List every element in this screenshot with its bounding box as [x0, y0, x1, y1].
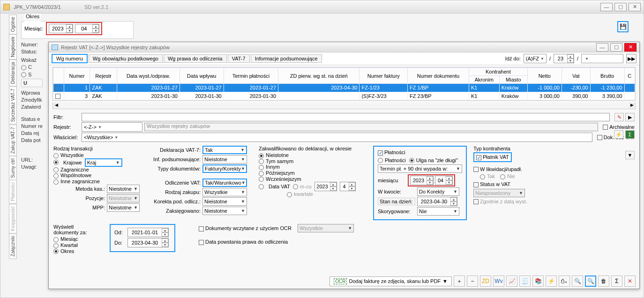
table-row[interactable]: 3 ZAK 2023-01-30 2023-01-30 2023-01-30 (… — [53, 92, 635, 100]
radio-wszystkie[interactable] — [53, 153, 59, 158]
radio-poz[interactable] — [259, 171, 264, 176]
chk-ocr[interactable] — [199, 226, 204, 231]
goto-registry-select[interactable]: (A)FZ▼ — [524, 54, 547, 63]
add-icon[interactable]: ＋ — [454, 276, 465, 287]
wkw-select[interactable]: Do Korekty▼ — [417, 187, 459, 196]
radio-platnosci[interactable] — [378, 158, 383, 163]
plat-month-spinner[interactable]: ▲▼ — [435, 176, 453, 185]
okres-month-spinner[interactable]: ▲▼ — [75, 24, 99, 33]
filter-clear-icon[interactable]: ✎ — [614, 113, 624, 121]
date-od[interactable]: ▲▼ — [127, 228, 169, 237]
archiwalne-check[interactable] — [603, 125, 608, 130]
maximize-button[interactable]: ▢ — [614, 3, 627, 11]
trash-icon[interactable]: 🗑 — [598, 276, 609, 287]
tab-wg-prawa[interactable]: Wg prawa do odliczenia — [164, 54, 227, 63]
subtract-icon[interactable]: − — [467, 276, 478, 287]
side-tab-platnosci[interactable]: Płatności — [9, 180, 17, 204]
okres-year-spinner[interactable]: ▲▼ — [49, 24, 73, 33]
radio-wspolnotowe[interactable] — [53, 173, 59, 179]
radio-inne[interactable] — [53, 179, 59, 185]
export-icon[interactable]: 🧾 — [519, 276, 531, 287]
inf-select[interactable]: Nieistotne▼ — [202, 155, 247, 164]
sum-icon[interactable]: Σ — [625, 130, 635, 139]
books-icon[interactable]: 📚 — [532, 276, 544, 287]
rejestr-select[interactable]: <-Z->▼ — [82, 122, 142, 132]
flash-icon[interactable]: ⚡ — [614, 130, 623, 139]
side-tab-naglowek[interactable]: Nagłówek — [9, 34, 17, 60]
skor-select[interactable]: Nie▼ — [417, 207, 459, 216]
zd-icon[interactable]: ZD — [480, 276, 491, 287]
tab-informacje[interactable]: Informacje podsumowujące — [251, 54, 322, 63]
side-tab-zalaczniki[interactable]: Załączniki — [9, 233, 17, 259]
tab-wg-numeru[interactable]: Wg numeru — [52, 54, 88, 63]
tab-wg-obowiazku[interactable]: Wg obowiązku podatkowego — [89, 54, 163, 63]
tab-vat7[interactable]: VAT-7 — [228, 54, 250, 63]
goto-go-button[interactable]: ▶▶ — [626, 54, 637, 63]
radio-okres[interactable] — [53, 249, 59, 254]
chk-platnosci[interactable] — [378, 150, 383, 156]
side-tab-deklaracja[interactable]: Deklaracja — [9, 60, 17, 86]
radio-wcz[interactable] — [259, 177, 264, 182]
radio-datavat[interactable] — [259, 184, 264, 189]
ocr-add-button[interactable]: OCRDodaj fakturę ze zdjęcia, skanu lub P… — [329, 276, 452, 286]
printer-icon[interactable]: ⎙▾ — [559, 276, 570, 287]
wlasciciel-select[interactable]: <Wszystkie>▼ — [82, 133, 592, 142]
zak-select[interactable]: Nieistotne▼ — [202, 207, 247, 215]
chk-platnikvat[interactable] — [476, 155, 481, 160]
funnel-down-icon[interactable]: ▼ — [625, 151, 635, 159]
close-button[interactable]: ✕ — [629, 3, 641, 11]
minimize-button[interactable]: — — [600, 3, 613, 11]
vat-grid: Numer Rejestr Data wyst./odpraw. Data wp… — [53, 67, 635, 100]
inner-maximize[interactable]: ▢ — [610, 43, 622, 52]
radio-tym[interactable] — [259, 159, 264, 164]
lbl-status: Status: — [21, 49, 43, 54]
outer-save-icon[interactable]: 💾 — [617, 21, 629, 32]
radio-kwartal[interactable] — [53, 243, 59, 248]
termin-select[interactable]: Termin pł. + 90 dni wypada w:▼ — [378, 164, 462, 173]
kor-select[interactable]: Nieistotne▼ — [202, 197, 247, 206]
date-do[interactable]: ▲▼ — [127, 238, 169, 247]
magnifier-doc-icon[interactable]: 🔍 — [585, 276, 596, 287]
goto-num-spinner[interactable]: ▲▼ — [554, 54, 574, 63]
magnifier-icon[interactable]: 🔍 — [572, 276, 583, 287]
sumcol-icon[interactable]: Σ — [611, 276, 622, 287]
side-tab-ksiegowosc[interactable]: Księgowość — [9, 204, 17, 233]
filter-input[interactable] — [82, 113, 610, 121]
chk-likw[interactable] — [473, 167, 479, 172]
radio-ulga[interactable] — [409, 158, 414, 163]
radio-krajowe[interactable] — [53, 160, 59, 165]
side-tab-sprzedaz[interactable]: Sprzedaż VAT-7 — [9, 86, 17, 124]
radio-innym[interactable] — [259, 165, 264, 170]
chk-dataprawa[interactable] — [199, 240, 204, 245]
dekl-vat7-select[interactable]: Tak▼ — [202, 146, 247, 154]
radio-nieistotne[interactable] — [259, 153, 264, 158]
miesiac-label: Miesiąc: — [24, 26, 43, 31]
stan-btn[interactable]: Stan na dzień: — [378, 198, 415, 205]
radio-zagraniczne[interactable] — [53, 167, 59, 172]
mpp-select[interactable]: Nieistotne▼ — [107, 203, 140, 212]
thunder-icon[interactable]: ⚡ — [546, 276, 557, 287]
side-tab-sumy[interactable]: Sumy ctrl — [9, 156, 17, 180]
close-action-icon[interactable]: ✕ — [624, 276, 636, 287]
dokbezvat-check[interactable] — [597, 135, 602, 140]
inner-minimize[interactable]: — — [596, 43, 608, 52]
kraj-select[interactable]: Kraj▼ — [85, 158, 122, 167]
plat-year-spinner[interactable]: ▲▼ — [410, 176, 434, 185]
table-row[interactable]: 1 ZAK 2023-01-27 2023-01-27 2023-01-27 2… — [53, 84, 635, 92]
metoda-select[interactable]: Nieistotne▼ — [107, 185, 140, 193]
side-tab-ogolne[interactable]: Ogólne — [9, 15, 17, 34]
odl-select[interactable]: Tak/Warunkowo▼ — [202, 179, 247, 187]
chk-statusvat[interactable] — [473, 182, 479, 187]
goto-extra-select[interactable]: ▼ — [581, 54, 623, 63]
side-tab-zakup[interactable]: Zakup VAT-7 — [9, 125, 17, 156]
typy-select[interactable]: Faktury/Korekty▼ — [202, 164, 247, 173]
wv-icon[interactable]: Wv — [493, 276, 504, 287]
rodzajz-select[interactable]: Wszystkie▼ — [202, 188, 247, 196]
stan-date[interactable]: ▲▼ — [417, 197, 457, 206]
inner-close[interactable]: ✕ — [624, 43, 637, 52]
btn-u[interactable]: U — [21, 79, 43, 87]
radio-miesiac[interactable] — [53, 237, 59, 242]
filter-apply-icon[interactable]: ▶ — [625, 113, 635, 121]
chart-icon[interactable]: 📈 — [506, 276, 517, 287]
grid-hscroll[interactable]: ◀▶ — [52, 103, 636, 109]
